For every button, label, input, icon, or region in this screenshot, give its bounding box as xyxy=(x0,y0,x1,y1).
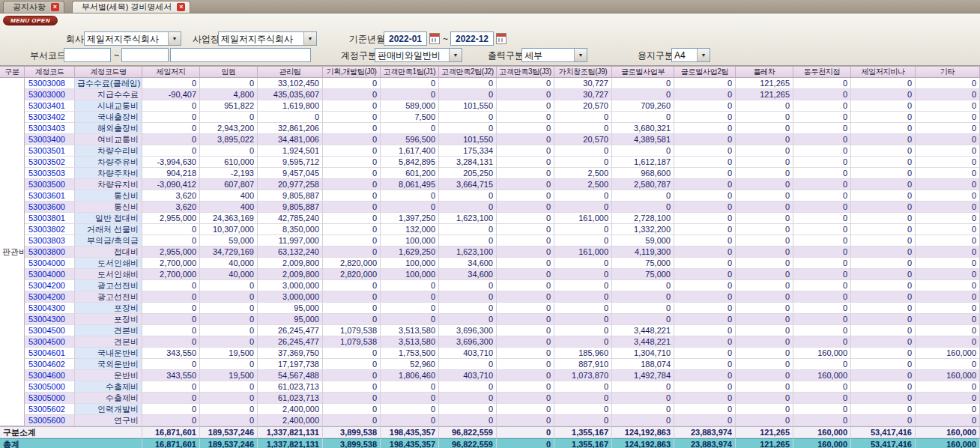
value-cell: 0 xyxy=(497,78,554,89)
period-from-input[interactable] xyxy=(384,31,427,46)
value-cell: 0 xyxy=(793,134,851,145)
calendar-icon[interactable] xyxy=(496,33,506,44)
table-row[interactable]: 53003601통신비3,6204009,805,88700000000000 xyxy=(0,190,980,202)
site-select[interactable]: 제일저지주식회사 ▼ xyxy=(218,31,317,46)
column-header[interactable]: 관리팀 xyxy=(258,66,323,78)
value-cell: 0 xyxy=(142,415,200,426)
period-to-input[interactable] xyxy=(450,31,494,46)
table-row[interactable]: 53004500견본비0026,245,4771,079,5383,513,58… xyxy=(0,325,980,336)
table-row[interactable]: 53003500차량유지비-3,090,412607,80720,977,258… xyxy=(0,179,980,190)
table-row[interactable]: 53004602국외운반비0017,197,738052,96000887,91… xyxy=(0,359,980,370)
column-header[interactable]: 계정코드 xyxy=(25,66,75,78)
account-name-cell: 광고선전비 xyxy=(75,291,142,303)
table-row[interactable]: 53003502차량주유비-3,994,630610,0009,595,7120… xyxy=(0,157,980,168)
dept-to-input[interactable] xyxy=(121,48,169,62)
table-row[interactable]: 53003403해외출장비02,943,20032,861,206000003,… xyxy=(0,123,980,134)
tab-bar: 공지사항 × 부서별(세목) 경비명세서 × xyxy=(0,0,980,13)
value-cell: 2,500 xyxy=(554,179,612,190)
column-header[interactable]: 글로벌사업2팀 xyxy=(674,66,736,78)
value-cell: 2,580,787 xyxy=(612,179,674,190)
value-cell: 3,000,000 xyxy=(258,291,323,303)
value-cell: 0 xyxy=(736,381,793,393)
value-cell: 0 xyxy=(793,359,851,370)
value-cell: 0 xyxy=(674,269,736,280)
value-cell: 0 xyxy=(736,303,793,314)
table-row[interactable]: 53004300포장비0095,00000000000000 xyxy=(0,303,980,314)
output-type-select[interactable]: 세부 ▼ xyxy=(521,48,587,62)
column-header[interactable]: 동두천지점 xyxy=(793,66,851,78)
table-row[interactable]: 53003803부의금/축의금059,00011,997,0000100,000… xyxy=(0,235,980,246)
column-header[interactable]: 글로벌사업부 xyxy=(612,66,674,78)
close-icon[interactable]: × xyxy=(51,3,59,11)
column-header[interactable]: 기타 xyxy=(916,66,980,78)
table-row[interactable]: 53004000도서인쇄비2,700,00040,0002,009,8002,8… xyxy=(0,258,980,269)
column-header[interactable]: 제일저지비나 xyxy=(851,66,916,78)
calendar-icon[interactable] xyxy=(429,33,440,44)
table-row[interactable]: 53004600운반비343,55019,50054,567,48801,806… xyxy=(0,370,980,381)
table-row[interactable]: 53004500견본비0026,245,4771,079,5383,513,58… xyxy=(0,336,980,348)
column-header[interactable]: 제일저지 xyxy=(142,66,200,78)
table-row[interactable]: 판관비53003008급수수료(클레임)0033,102,450000030,7… xyxy=(0,78,980,89)
table-row[interactable]: 53003000지급수수료-90,4074,800435,035,6070000… xyxy=(0,89,980,100)
dept-name-input[interactable] xyxy=(170,48,311,62)
account-name-cell: 시내교통비 xyxy=(75,100,142,112)
table-row[interactable]: 53003802거래처 선물비010,307,0008,350,0000132,… xyxy=(0,224,980,235)
table-row[interactable]: 53003400여비교통비03,895,02234,481,0060596,50… xyxy=(0,134,980,145)
table-row[interactable]: 53003800접대비2,955,00034,729,16963,132,240… xyxy=(0,246,980,258)
value-cell: 0 xyxy=(674,112,736,123)
table-row[interactable]: 53003402국내출장비00007,500000000000 xyxy=(0,112,980,123)
value-cell: 0 xyxy=(793,157,851,168)
column-header[interactable]: 기획,개발팀(J0) xyxy=(323,66,381,78)
tab-notice[interactable]: 공지사항 × xyxy=(3,1,64,13)
table-row[interactable]: 53003801일반 접대비2,955,00024,363,16942,785,… xyxy=(0,213,980,224)
column-header[interactable]: 고객만족3팀(J3) xyxy=(497,66,554,78)
company-select-value: 제일저지주식회사 xyxy=(85,32,168,45)
dept-from-input[interactable] xyxy=(64,48,111,62)
value-cell: 0 xyxy=(497,381,554,393)
value-cell: 0 xyxy=(200,381,258,393)
value-cell: 887,910 xyxy=(554,359,612,370)
company-select[interactable]: 제일저지주식회사 ▼ xyxy=(84,31,181,46)
column-header[interactable]: 고객만족2팀(J2) xyxy=(439,66,497,78)
table-row[interactable]: 53003501차량수리비001,924,50101,617,400175,33… xyxy=(0,145,980,157)
account-type-select[interactable]: 판매비와일반비 ▼ xyxy=(375,48,462,62)
value-cell: 0 xyxy=(612,404,674,415)
value-cell: 42,785,240 xyxy=(258,213,323,224)
value-cell: 0 xyxy=(916,415,980,426)
table-row[interactable]: 53003600통신비3,6204009,805,88700000000000 xyxy=(0,202,980,213)
account-name-cell: 국내운반비 xyxy=(75,348,142,359)
value-cell: 0 xyxy=(612,303,674,314)
value-cell: 2,955,000 xyxy=(142,246,200,258)
value-cell: 160,000 xyxy=(916,426,980,438)
group-cell: 판관비 xyxy=(0,78,25,426)
value-cell: 0 xyxy=(916,179,980,190)
column-header[interactable]: 임원 xyxy=(200,66,258,78)
table-row[interactable]: 53004200광고선전비003,000,00000000000000 xyxy=(0,280,980,291)
value-cell: 0 xyxy=(674,134,736,145)
table-row[interactable]: 53005000수출제비0061,023,71300000000000 xyxy=(0,393,980,404)
table-row[interactable]: 53004200광고선전비003,000,00000000000000 xyxy=(0,291,980,303)
paper-size-select[interactable]: A4 ▼ xyxy=(671,48,710,62)
account-code-cell: 53004500 xyxy=(25,336,75,348)
table-row[interactable]: 53004000도서인쇄비2,700,00040,0002,009,8002,8… xyxy=(0,269,980,280)
column-header[interactable]: 가치창조팀(J9) xyxy=(554,66,612,78)
table-row[interactable]: 53004300포장비0095,00000000000000 xyxy=(0,314,980,325)
table-row[interactable]: 53003401시내교통비0951,8221,619,8000589,00010… xyxy=(0,100,980,112)
table-row[interactable]: 53005602인력개발비002,400,00000000000000 xyxy=(0,404,980,415)
value-cell: 0 xyxy=(674,202,736,213)
menu-open-button[interactable]: MENU OPEN xyxy=(3,16,58,25)
table-row[interactable]: 53004601국내운반비343,55019,50037,369,75001,7… xyxy=(0,348,980,359)
account-code-cell: 53004601 xyxy=(25,348,75,359)
table-row[interactable]: 53005000수출제비0061,023,71300000000000 xyxy=(0,381,980,393)
value-cell: 23,883,974 xyxy=(674,438,736,448)
tab-expense-report[interactable]: 부서별(세목) 경비명세서 × xyxy=(72,1,190,13)
column-header[interactable]: 구분 xyxy=(0,66,25,78)
value-cell: 0 xyxy=(497,370,554,381)
table-row[interactable]: 53003503차량주차비904,218-2,1939,457,0450601,… xyxy=(0,168,980,179)
column-header[interactable]: 플레차 xyxy=(736,66,793,78)
column-header[interactable]: 고객만족1팀(J1) xyxy=(381,66,439,78)
close-icon[interactable]: × xyxy=(177,3,185,11)
value-cell: 0 xyxy=(851,291,916,303)
column-header[interactable]: 계정코드명 xyxy=(75,66,142,78)
table-row[interactable]: 53005600연구비002,400,00000000000000 xyxy=(0,415,980,426)
